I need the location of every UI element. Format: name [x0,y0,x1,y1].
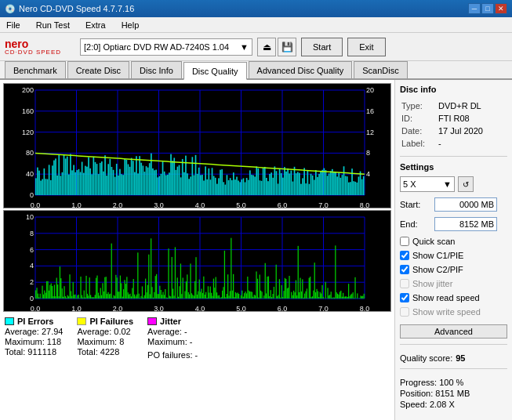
menu-help[interactable]: Help [118,19,143,31]
speed-row: 5 X ▼ ↺ [400,176,507,192]
pi-failures-total: Total: 4228 [77,347,133,357]
show-c1-check[interactable] [400,251,409,260]
show-c1-label: Show C1/PIE [412,251,463,260]
po-failures: PO failures: - [147,350,198,360]
show-read-speed-label: Show read speed [412,293,480,302]
show-read-speed-check[interactable] [400,293,409,302]
tab-scan-disc[interactable]: ScanDisc [354,61,407,78]
jitter-label: Jitter [160,317,181,326]
header-icons: ⏏ 💾 [257,38,296,56]
id-label: ID: [401,113,437,124]
stats-row: PI Errors Average: 27.94 Maximum: 118 To… [3,313,391,363]
menu-extra[interactable]: Extra [82,19,109,31]
start-label: Start: [400,200,431,209]
refresh-btn[interactable]: ↺ [458,176,474,192]
close-btn[interactable]: ✕ [495,3,507,14]
speed-line: Speed: 2.08 X [400,400,507,409]
progress-line: Progress: 100 % [400,378,507,387]
pi-errors-avg: Average: 27.94 [5,327,63,336]
chart-top [3,83,391,208]
divider-1 [400,156,507,157]
pi-failures-max: Maximum: 8 [77,337,133,346]
tab-benchmark[interactable]: Benchmark [5,61,66,78]
show-c2-check[interactable] [400,265,409,274]
title-bar: 💿 Nero CD-DVD Speed 4.7.7.16 ─ □ ✕ [0,0,512,17]
progress-section: Progress: 100 % Position: 8151 MB Speed:… [400,378,507,411]
show-c1-row: Show C1/PIE [400,251,507,260]
quality-row: Quality score: 95 [400,353,507,363]
date-label: Date: [401,125,437,136]
show-jitter-check [400,279,409,288]
advanced-button[interactable]: Advanced [400,324,507,339]
window-controls: ─ □ ✕ [468,3,507,14]
minimize-btn[interactable]: ─ [468,3,481,14]
quick-scan-row: Quick scan [400,237,507,246]
menu-run-test[interactable]: Run Test [33,19,73,31]
tab-disc-quality[interactable]: Disc Quality [183,62,247,80]
disc-label-value: - [438,138,506,149]
jitter-color [147,317,157,325]
end-input[interactable] [434,217,497,231]
disc-label-label: Label: [401,138,437,149]
show-jitter-label: Show jitter [412,279,452,288]
start-input[interactable] [434,197,497,212]
type-value: DVD+R DL [438,100,506,111]
show-jitter-row: Show jitter [400,279,507,288]
tabs-row: Benchmark Create Disc Disc Info Disc Qua… [0,61,512,80]
app-title: Nero CD-DVD Speed 4.7.7.16 [19,4,134,13]
maximize-btn[interactable]: □ [481,3,494,14]
quick-scan-check[interactable] [400,237,409,246]
show-write-speed-row: Show write speed [400,307,507,317]
end-label: End: [400,219,431,229]
save-icon[interactable]: 💾 [278,38,296,56]
disc-info-title: Disc info [400,85,507,94]
divider-3 [400,368,507,369]
pi-errors-label: PI Errors [17,317,53,326]
quick-scan-label: Quick scan [412,237,455,246]
disc-info-table: Type: DVD+R DL ID: FTI R08 Date: 17 Jul … [400,99,507,150]
jitter-max: Maximum: - [147,337,198,346]
exit-button[interactable]: Exit [347,38,385,56]
start-row: Start: [400,197,507,212]
end-row: End: [400,217,507,231]
jitter-avg: Average: - [147,327,198,336]
stat-pi-errors: PI Errors Average: 27.94 Maximum: 118 To… [5,317,63,360]
charts-area: PI Errors Average: 27.94 Maximum: 118 To… [0,80,394,420]
date-value: 17 Jul 2020 [438,125,506,136]
menu-bar: File Run Test Extra Help [0,17,512,33]
type-label: Type: [401,100,437,111]
stat-jitter: Jitter Average: - Maximum: - PO failures… [147,317,198,360]
position-line: Position: 8151 MB [400,389,507,398]
divider-2 [400,344,507,345]
start-button[interactable]: Start [301,38,343,56]
app-icon: 💿 [5,4,16,14]
tab-create-disc[interactable]: Create Disc [67,61,129,78]
speed-combo[interactable]: 5 X ▼ [400,176,455,192]
pi-failures-avg: Average: 0.02 [77,327,133,336]
quality-label: Quality score: [400,353,452,363]
pi-errors-max: Maximum: 118 [5,337,63,346]
pi-failures-label: PI Failures [89,317,133,326]
right-panel: Disc info Type: DVD+R DL ID: FTI R08 Dat… [394,80,512,420]
show-write-speed-label: Show write speed [412,307,481,317]
id-value: FTI R08 [438,113,506,124]
show-c2-label: Show C2/PIF [412,265,463,274]
show-read-speed-row: Show read speed [400,293,507,302]
main-content: PI Errors Average: 27.94 Maximum: 118 To… [0,80,512,420]
pi-errors-total: Total: 911118 [5,347,63,357]
chart-bottom [3,210,391,312]
pi-errors-color [5,317,14,325]
show-write-speed-check [400,307,409,317]
quality-score: 95 [456,353,465,363]
settings-title: Settings [400,162,507,172]
header-row: nero CD·DVD SPEED [2:0] Optiarc DVD RW A… [0,33,512,61]
menu-file[interactable]: File [3,19,24,31]
tab-disc-info[interactable]: Disc Info [131,61,182,78]
show-c2-row: Show C2/PIF [400,265,507,274]
eject-icon[interactable]: ⏏ [257,38,276,56]
drive-selector: [2:0] Optiarc DVD RW AD-7240S 1.04 ▼ [80,38,252,56]
pi-failures-color [77,317,86,325]
nero-logo: nero CD·DVD SPEED [5,36,75,58]
tab-advanced-disc-quality[interactable]: Advanced Disc Quality [249,61,353,78]
drive-combo[interactable]: [2:0] Optiarc DVD RW AD-7240S 1.04 ▼ [80,38,252,56]
